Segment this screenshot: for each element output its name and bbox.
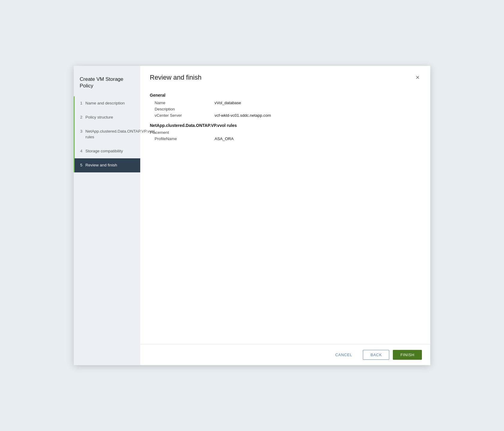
sidebar-item-4[interactable]: 4 Storage compatibility	[74, 144, 140, 158]
main-title: Review and finish	[150, 74, 201, 81]
field-label-vcenter: vCenter Server	[155, 113, 215, 118]
sidebar-item-label-1: Name and description	[85, 101, 135, 106]
close-button[interactable]: ×	[414, 73, 421, 82]
field-label-name: Name	[155, 101, 215, 105]
field-row-name: Name vVol_database	[150, 101, 421, 105]
field-row-profilename: ProfileName ASA_ORA	[150, 136, 421, 141]
field-value-name: vVol_database	[215, 101, 241, 105]
sidebar-title: Create VM Storage Policy	[74, 71, 140, 96]
footer: CANCEL BACK FINISH	[140, 344, 430, 365]
dialog-body: Create VM Storage Policy 1 Name and desc…	[74, 66, 430, 365]
field-row-vcenter: vCenter Server vcf-wkld-vc01.sddc.netapp…	[150, 113, 421, 118]
field-value-profilename: ASA_ORA	[215, 136, 234, 141]
field-row-description: Description	[150, 107, 421, 111]
sidebar-item-label-2: Policy structure	[85, 115, 135, 120]
sidebar-item-label-4: Storage compatibility	[85, 148, 135, 154]
main-header: Review and finish ×	[140, 66, 430, 88]
cancel-button[interactable]: CANCEL	[328, 350, 360, 359]
back-button[interactable]: BACK	[363, 350, 389, 360]
field-value-vcenter: vcf-wkld-vc01.sddc.netapp.com	[215, 113, 271, 118]
sidebar-item-label-3: NetApp.clustered.Data.ONTAP.VP.vvol rule…	[85, 129, 155, 140]
create-vm-storage-policy-dialog: Create VM Storage Policy 1 Name and desc…	[74, 66, 430, 365]
step-num-1: 1	[75, 101, 85, 106]
step-num-4: 4	[75, 148, 85, 154]
placement-label: Placement	[150, 130, 421, 135]
sidebar-item-1[interactable]: 1 Name and description	[74, 96, 140, 110]
sidebar-item-5[interactable]: 5 Review and finish	[74, 158, 140, 172]
sidebar-item-3[interactable]: 3 NetApp.clustered.Data.ONTAP.VP.vvol ru…	[74, 125, 140, 144]
main-content: Review and finish × General Name vVol_da…	[140, 66, 430, 365]
main-body: General Name vVol_database Description v…	[140, 88, 430, 344]
sidebar-item-2[interactable]: 2 Policy structure	[74, 110, 140, 125]
sidebar-item-label-5: Review and finish	[85, 163, 135, 168]
field-label-description: Description	[155, 107, 215, 111]
general-section-heading: General	[150, 93, 421, 98]
step-num-2: 2	[75, 115, 85, 120]
sidebar: Create VM Storage Policy 1 Name and desc…	[74, 66, 140, 365]
rules-section-heading: NetApp.clustered.Data.ONTAP.VP.vvol rule…	[150, 123, 421, 128]
field-label-profilename: ProfileName	[155, 136, 215, 141]
step-num-3: 3	[75, 129, 85, 134]
step-num-5: 5	[75, 163, 85, 168]
finish-button[interactable]: FINISH	[393, 350, 422, 360]
